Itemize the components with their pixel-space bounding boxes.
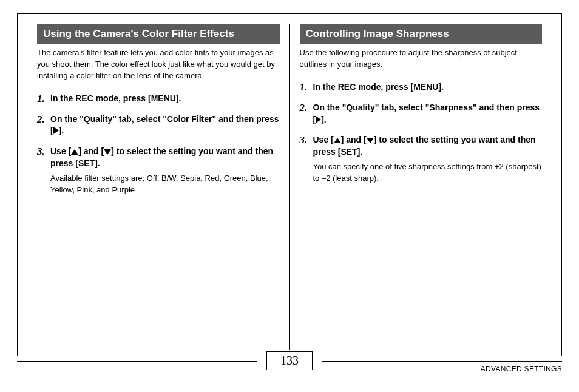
step-title: Use [] and [] to select the setting you … [50, 146, 280, 169]
right-column: Controlling Image Sharpness Use the foll… [294, 24, 549, 350]
step-item: 2. On the "Quality" tab, select "Sharpne… [300, 102, 543, 126]
triangle-down-icon [104, 149, 111, 155]
intro-text-color-filter: The camera's filter feature lets you add… [37, 47, 280, 82]
step-number: 3. [37, 146, 50, 196]
triangle-up-icon [71, 149, 78, 155]
step-text: On the "Quality" tab, select "Sharpness"… [313, 103, 540, 124]
step-text: ]. [59, 126, 64, 135]
step-item: 1. In the REC mode, press [MENU]. [37, 93, 280, 105]
triangle-right-icon [53, 127, 59, 134]
step-item: 3. Use [] and [] to select the setting y… [300, 134, 543, 184]
step-note: You can specify one of five sharpness se… [313, 161, 543, 184]
step-text: Use [ [50, 146, 71, 156]
step-title: Use [] and [] to select the setting you … [313, 134, 543, 158]
step-text: Use [ [313, 135, 334, 144]
footer-rule [17, 361, 257, 362]
triangle-right-icon [316, 116, 321, 123]
step-text: ] and [ [78, 146, 104, 156]
page-number: 133 [266, 351, 313, 370]
step-title: On the "Quality" tab, select "Color Filt… [50, 113, 280, 137]
page-frame: Using the Camera's Color Filter Effects … [17, 13, 562, 356]
triangle-up-icon [334, 138, 341, 143]
step-text: ]. [321, 115, 327, 124]
section-header-color-filter: Using the Camera's Color Filter Effects [37, 24, 280, 44]
step-number: 1. [37, 93, 50, 105]
left-column: Using the Camera's Color Filter Effects … [31, 24, 286, 350]
footer-label: ADVANCED SETTINGS [481, 365, 562, 373]
step-title: On the "Quality" tab, select "Sharpness"… [313, 102, 543, 126]
page-footer: 133 ADVANCED SETTINGS [17, 356, 562, 383]
step-number: 3. [300, 134, 313, 184]
step-number: 1. [300, 81, 313, 93]
footer-rule [322, 361, 562, 362]
step-number: 2. [300, 102, 313, 126]
step-number: 2. [37, 113, 50, 137]
step-text: ] and [ [341, 135, 367, 144]
step-title: In the REC mode, press [MENU]. [50, 93, 280, 105]
section-header-sharpness: Controlling Image Sharpness [300, 24, 543, 44]
step-item: 2. On the "Quality" tab, select "Color F… [37, 113, 280, 137]
column-divider [290, 24, 290, 350]
step-item: 1. In the REC mode, press [MENU]. [300, 81, 543, 93]
step-title: In the REC mode, press [MENU]. [313, 81, 543, 93]
step-text: On the "Quality" tab, select "Color Filt… [50, 114, 279, 136]
step-item: 3. Use [] and [] to select the setting y… [37, 146, 280, 196]
triangle-down-icon [367, 138, 374, 143]
step-note: Available filter settings are: Off, B/W,… [50, 173, 280, 196]
intro-text-sharpness: Use the following procedure to adjust th… [300, 47, 543, 70]
